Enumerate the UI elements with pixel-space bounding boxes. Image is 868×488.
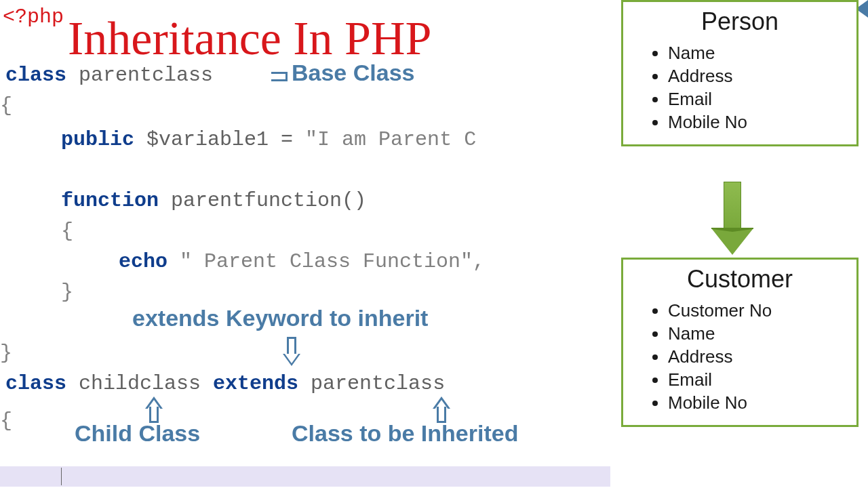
code-line-class-parent: class parentclass [5, 61, 213, 89]
arrow-down-icon [285, 354, 298, 363]
class-diagram: Person Name Address Email Mobile No Cust… [617, 0, 861, 488]
annotation-child-class: Child Class [75, 420, 200, 447]
list-item: Email [668, 89, 844, 110]
php-open-tag: <?php [3, 3, 64, 31]
code-brace: { [61, 217, 73, 245]
code-line-function: function parentfunction() [61, 186, 366, 215]
person-attributes: Name Address Email Mobile No [668, 43, 844, 133]
arrow-shaft [287, 337, 296, 356]
list-item: Mobile No [668, 392, 844, 413]
inheritance-arrow-icon [712, 182, 753, 256]
list-item: Customer No [668, 300, 844, 321]
list-item: Email [668, 369, 844, 390]
list-item: Address [668, 66, 844, 87]
code-brace: } [61, 278, 73, 306]
arrow-shaft [149, 407, 159, 423]
code-brace: } [0, 339, 12, 367]
list-item: Mobile No [668, 112, 844, 133]
list-item: Name [668, 323, 844, 344]
arrow-shaft [437, 407, 446, 423]
customer-title: Customer [635, 265, 844, 293]
list-item: Address [668, 346, 844, 367]
customer-attributes: Customer No Name Address Email Mobile No [668, 300, 844, 413]
list-item: Name [668, 43, 844, 64]
annotation-base-class: Base Class [292, 60, 414, 86]
person-card: Person Name Address Email Mobile No [621, 0, 859, 146]
code-brace: { [0, 407, 12, 435]
code-line-class-child: class childclass extends parentclass [5, 369, 445, 398]
arrow-shaft [271, 72, 288, 81]
customer-card: Customer Customer No Name Address Email … [621, 258, 859, 427]
code-brace: { [0, 92, 12, 120]
person-title: Person [635, 7, 844, 36]
code-line-variable: public $variable1 = "I am Parent C [61, 125, 476, 154]
code-line-echo: echo " Parent Class Function", [119, 247, 485, 276]
annotation-extends: extends Keyword to inherit [132, 305, 428, 331]
annotation-inherited: Class to be Inherited [292, 420, 518, 447]
